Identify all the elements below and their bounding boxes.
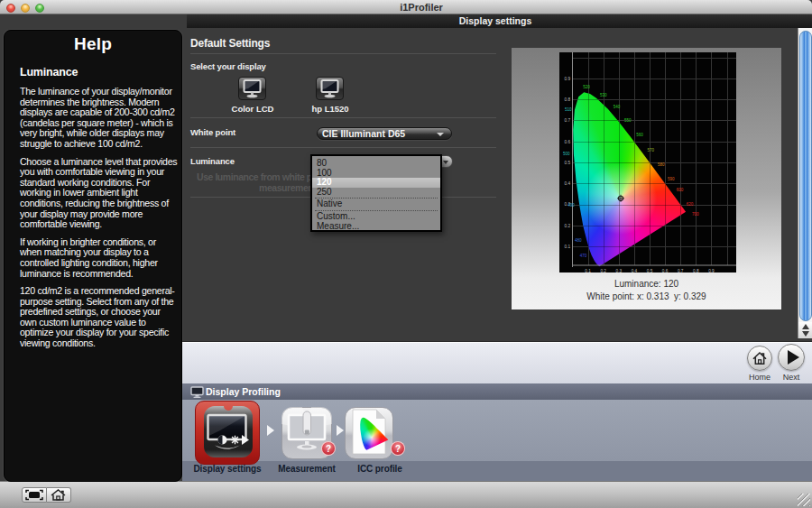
svg-text:0.6: 0.6 xyxy=(662,269,669,272)
svg-text:0.8: 0.8 xyxy=(564,97,570,102)
svg-text:700: 700 xyxy=(692,212,699,217)
svg-text:0.5: 0.5 xyxy=(564,161,570,165)
svg-text:590: 590 xyxy=(668,177,675,181)
svg-text:490: 490 xyxy=(567,203,575,208)
svg-text:570: 570 xyxy=(647,148,654,152)
svg-text:0.2: 0.2 xyxy=(564,224,570,228)
svg-text:480: 480 xyxy=(575,238,582,243)
svg-text:550: 550 xyxy=(624,118,632,123)
svg-text:0.7: 0.7 xyxy=(564,118,570,123)
svg-text:530: 530 xyxy=(600,93,607,97)
svg-text:0.2: 0.2 xyxy=(600,269,606,272)
svg-text:520: 520 xyxy=(583,85,590,89)
svg-text:0.4: 0.4 xyxy=(564,181,570,186)
svg-text:0.1: 0.1 xyxy=(564,245,570,249)
svg-text:500: 500 xyxy=(563,152,570,156)
svg-text:510: 510 xyxy=(565,107,572,112)
svg-text:0.1: 0.1 xyxy=(585,269,591,272)
svg-text:0.9: 0.9 xyxy=(564,77,570,81)
svg-text:620: 620 xyxy=(687,202,694,207)
svg-text:560: 560 xyxy=(636,133,643,137)
svg-text:0.6: 0.6 xyxy=(564,140,570,144)
svg-text:0.7: 0.7 xyxy=(678,269,684,272)
svg-text:540: 540 xyxy=(614,105,621,109)
svg-text:0.5: 0.5 xyxy=(647,269,653,272)
svg-text:0.4: 0.4 xyxy=(632,269,638,272)
svg-text:0.8: 0.8 xyxy=(693,269,699,272)
svg-text:600: 600 xyxy=(677,188,684,192)
svg-text:0.9: 0.9 xyxy=(708,269,715,272)
svg-text:470: 470 xyxy=(580,254,587,258)
svg-text:580: 580 xyxy=(658,162,665,167)
svg-text:0.3: 0.3 xyxy=(616,269,623,272)
